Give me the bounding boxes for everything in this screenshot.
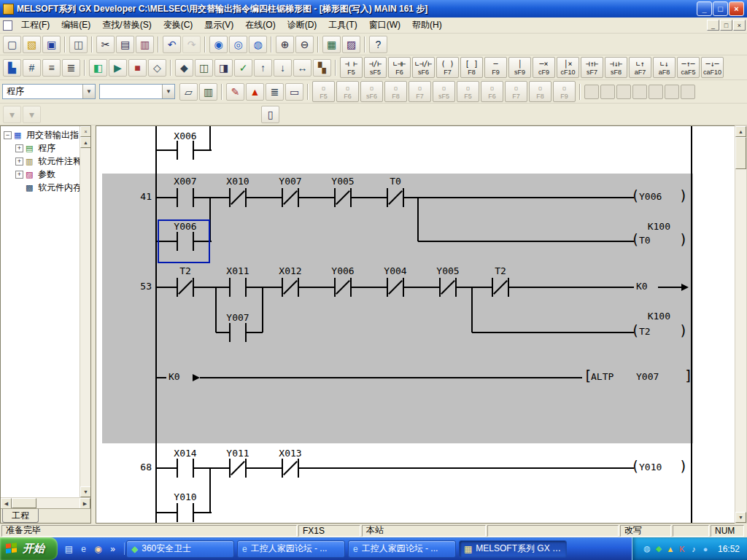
restore-button[interactable]: □ [713, 1, 728, 16]
rising-pulse-branch-button[interactable]: ∟↑aF7 [629, 57, 651, 78]
horizontal-line-button[interactable]: ─F9 [484, 57, 507, 78]
menu-online[interactable]: 在线(O) [239, 17, 281, 34]
monitor-stop-button[interactable]: ■ [128, 59, 147, 77]
open-button[interactable]: ▧ [23, 36, 41, 53]
mdi-minimize-button[interactable]: _ [707, 20, 719, 31]
monitor-mode-button[interactable]: ◫ [195, 59, 213, 77]
rising-pulse-button[interactable]: ⊣↑⊢sF7 [581, 57, 603, 78]
contact-X014-no[interactable] [177, 459, 194, 478]
copy-button[interactable]: ▤ [116, 36, 134, 53]
task-button-2[interactable]: e工控人家园论坛 - ... [237, 540, 345, 558]
contact-T0-nc[interactable] [387, 188, 404, 207]
menu-convert[interactable]: 变换(C) [158, 17, 199, 34]
find-replace-button[interactable]: ◎ [229, 36, 247, 53]
vertical-line-button[interactable]: │sF9 [508, 57, 531, 78]
minimize-button[interactable]: _ [697, 1, 712, 16]
menu-help[interactable]: 帮助(H) [406, 17, 448, 34]
tree-expand-icon[interactable]: + [15, 144, 23, 152]
operation-result-rising-button[interactable]: ─↑─caF5 [677, 57, 700, 78]
zoom-out-button[interactable]: ⊖ [295, 36, 314, 53]
paste-button[interactable]: ▥ [136, 36, 154, 53]
delete-vertical-line-button[interactable]: │×cF10 [557, 57, 579, 78]
tree-scroll-thumb[interactable] [12, 498, 36, 508]
cut-button[interactable]: ✂ [96, 36, 115, 53]
ie-quick-icon[interactable]: e [77, 542, 90, 555]
contact-X012-nc[interactable] [282, 278, 299, 297]
ladder-scroll-track[interactable] [735, 169, 746, 512]
start-button[interactable]: 开始 [0, 537, 58, 560]
tree-scroll-track[interactable] [80, 148, 90, 486]
project-tab[interactable]: 工程 [2, 509, 39, 523]
mdi-restore-button[interactable]: □ [720, 20, 732, 31]
contact-X006-no[interactable] [177, 141, 194, 160]
plc-write-button[interactable]: ↑ [254, 59, 272, 77]
tree-expand-icon[interactable]: + [15, 171, 23, 179]
tree-item-device-memory[interactable]: ▩软元件内存 [1, 181, 80, 194]
falling-pulse-branch-button[interactable]: ∟↓aF8 [653, 57, 676, 78]
print-button[interactable]: ◫ [69, 36, 88, 53]
data-list-button[interactable]: ▥ [199, 83, 217, 101]
close-button[interactable]: × [729, 1, 744, 16]
statement-display-button[interactable]: ≡ [42, 59, 61, 77]
tree-scroll-up-icon[interactable]: ▲ [80, 137, 90, 148]
tray-network-icon[interactable]: ◍ [641, 543, 653, 555]
new-button[interactable]: ▢ [3, 36, 21, 53]
tree-expand-icon[interactable]: + [15, 158, 23, 166]
contact-Y005-nc[interactable] [439, 278, 457, 297]
zoom-in-button[interactable]: ⊕ [276, 36, 294, 53]
contact-X007-no[interactable] [177, 188, 194, 207]
monitor-write-mode-button[interactable]: ◨ [214, 59, 233, 77]
tree-panel-close-icon[interactable]: × [80, 126, 90, 137]
contact-Y004-nc[interactable] [387, 278, 404, 297]
contact-Y010-no[interactable] [177, 503, 194, 522]
monitor-start-button[interactable]: ▶ [109, 59, 127, 77]
device-batch-button[interactable]: ◍ [249, 36, 267, 53]
menu-find-replace[interactable]: 查找/替换(S) [96, 17, 157, 34]
project-data-list-button[interactable]: ▦ [322, 36, 341, 53]
comment-button[interactable]: ▨ [342, 36, 360, 53]
closed-branch-button[interactable]: ∟⊣/⊢sF6 [412, 57, 435, 78]
zoom-select-button[interactable]: ▭ [285, 83, 303, 101]
contact-X010-nc[interactable] [229, 188, 247, 207]
contact-Y007-nc[interactable] [282, 188, 299, 207]
coil-button[interactable]: ( )F7 [436, 57, 459, 78]
ladder-scroll-thumb[interactable] [735, 137, 746, 169]
tree-scroll-right-icon[interactable]: ▶ [80, 498, 90, 509]
tray-volume-icon[interactable]: ♪ [688, 543, 700, 555]
instruction-list-view-button[interactable]: ≣ [266, 83, 284, 101]
delete-horizontal-line-button[interactable]: ─×cF9 [533, 57, 555, 78]
menu-window[interactable]: 窗口(W) [363, 17, 406, 34]
quick-launch-overflow[interactable]: » [107, 542, 119, 555]
operation-result-falling-button[interactable]: ─↓─caF10 [701, 57, 724, 78]
plc-verify-button[interactable]: ↔ [293, 59, 311, 77]
plc-read-button[interactable]: ↓ [274, 59, 292, 77]
project-tree-toggle-button[interactable]: ▙ [3, 59, 21, 77]
task-button-1[interactable]: ◆360安全卫士 [126, 540, 234, 558]
help-button[interactable]: ? [369, 36, 387, 53]
note-display-button[interactable]: ≣ [62, 59, 80, 77]
dropdown-arrow-icon[interactable]: ▼ [82, 85, 95, 98]
ladder-logic-test-button[interactable]: ▚ [313, 59, 331, 77]
menu-diagnostics[interactable]: 诊断(D) [282, 17, 323, 34]
ladder-scroll-up-icon[interactable]: ▲ [735, 126, 746, 137]
tray-antivirus-icon[interactable]: ◆ [653, 543, 665, 555]
secondary-dropdown[interactable]: ▼ [99, 84, 175, 99]
show-desktop-icon[interactable]: ▤ [63, 542, 75, 555]
task-button-4[interactable]: ▦MELSOFT系列 GX D... [459, 540, 567, 558]
ladder-scroll-down-icon[interactable]: ▼ [735, 512, 746, 523]
tree-item-parameter[interactable]: +▨参数 [1, 168, 80, 181]
dropdown-arrow-icon[interactable]: ▼ [162, 85, 174, 98]
tree-scroll-down-icon[interactable]: ▼ [80, 486, 90, 497]
tree-item-program[interactable]: +▤程序 [1, 141, 80, 155]
find-button[interactable]: ◉ [209, 36, 228, 53]
tree-item-root[interactable]: −▦用交替输出指 [1, 128, 80, 141]
menu-edit[interactable]: 编辑(E) [55, 17, 96, 34]
undo-button[interactable]: ↶ [163, 36, 181, 53]
tree-scroll-left-icon[interactable]: ◀ [1, 498, 12, 509]
circuit-block-select-button[interactable]: ▯ [261, 106, 279, 123]
application-instruction-button[interactable]: [ ]F8 [460, 57, 483, 78]
contact-Y005-nc[interactable] [334, 188, 352, 207]
read-mode-button[interactable]: ◇ [148, 59, 166, 77]
tray-messenger-icon[interactable]: ● [700, 543, 711, 555]
device-monitor-button[interactable]: ◧ [89, 59, 107, 77]
